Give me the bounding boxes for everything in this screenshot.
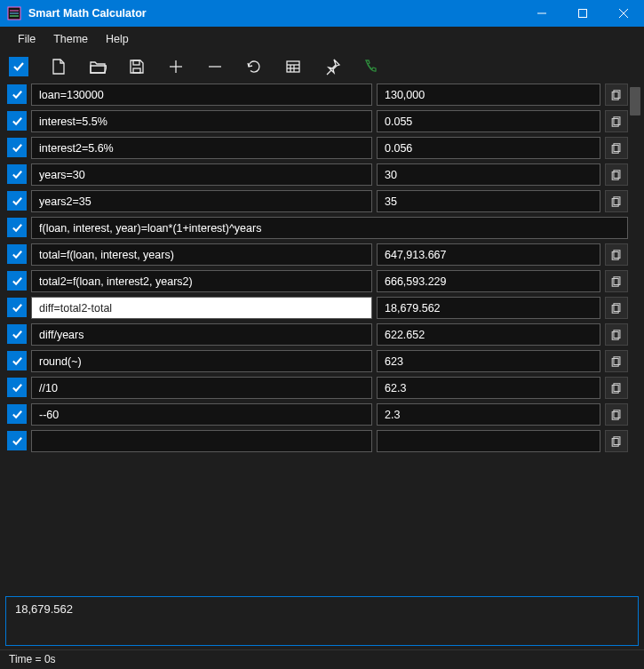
expression-input[interactable]: years2=35	[31, 190, 372, 212]
copy-button[interactable]	[605, 84, 628, 106]
phone-icon[interactable]	[362, 58, 380, 76]
result-output[interactable]: 647,913.667	[377, 243, 600, 266]
calc-row: //1062.3	[7, 377, 628, 399]
row-checkbox[interactable]	[7, 431, 27, 450]
result-output[interactable]: 130,000	[377, 84, 600, 106]
row-checkbox[interactable]	[7, 191, 27, 211]
result-output[interactable]: 30	[377, 163, 600, 186]
result-output[interactable]: 622.652	[377, 323, 600, 346]
selected-result: 18,679.562	[5, 596, 639, 646]
copy-button[interactable]	[605, 350, 628, 372]
row-checkbox[interactable]	[7, 351, 27, 370]
result-output[interactable]: 666,593.229	[377, 270, 600, 292]
calc-row: years2=3535	[7, 190, 628, 212]
expression-input[interactable]: f(loan, interest, year)=loan*(1+interest…	[31, 217, 628, 239]
app-icon	[7, 6, 21, 20]
svg-rect-5	[579, 10, 587, 18]
result-output[interactable]: 0.055	[377, 110, 600, 132]
row-checkbox[interactable]	[7, 324, 27, 344]
expression-input[interactable]	[31, 430, 372, 452]
row-checkbox[interactable]	[7, 244, 27, 264]
expression-input[interactable]: interest2=5.6%	[31, 137, 372, 159]
menu-help[interactable]: Help	[99, 30, 136, 48]
minimize-button[interactable]	[521, 0, 562, 27]
minus-icon[interactable]	[206, 58, 224, 76]
row-checkbox[interactable]	[7, 111, 27, 131]
calc-row: loan=130000130,000	[7, 84, 628, 106]
row-checkbox[interactable]	[7, 164, 27, 184]
window-buttons	[521, 0, 644, 27]
menu-theme[interactable]: Theme	[46, 30, 95, 48]
menubar: File Theme Help	[0, 27, 644, 52]
calc-row: --602.3	[7, 403, 628, 426]
copy-button[interactable]	[605, 403, 628, 426]
maximize-button[interactable]	[562, 0, 603, 27]
expression-input[interactable]: total2=f(loan, interest2, years2)	[31, 270, 372, 292]
toggle-all-checkbox[interactable]	[9, 57, 28, 76]
copy-button[interactable]	[605, 190, 628, 212]
expression-input[interactable]: diff/years	[31, 323, 372, 346]
open-folder-icon[interactable]	[89, 58, 107, 76]
svg-rect-13	[287, 61, 299, 72]
copy-button[interactable]	[605, 243, 628, 266]
result-output[interactable]: 18,679.562	[377, 297, 600, 319]
copy-button[interactable]	[605, 137, 628, 159]
copy-button[interactable]	[605, 323, 628, 346]
new-file-icon[interactable]	[50, 58, 68, 76]
svg-rect-9	[133, 68, 140, 73]
expression-input[interactable]: interest=5.5%	[31, 110, 372, 132]
result-output[interactable]: 0.056	[377, 137, 600, 159]
svg-rect-8	[133, 60, 139, 65]
row-checkbox[interactable]	[7, 404, 27, 424]
calc-row: total2=f(loan, interest2, years2)666,593…	[7, 270, 628, 292]
row-checkbox[interactable]	[7, 218, 27, 237]
calc-row	[7, 430, 628, 452]
pin-icon[interactable]	[323, 58, 341, 76]
copy-button[interactable]	[605, 110, 628, 132]
calc-row: years=3030	[7, 163, 628, 186]
copy-button[interactable]	[605, 163, 628, 186]
expression-input[interactable]: diff=total2-total	[31, 297, 372, 319]
calc-row: diff=total2-total18,679.562	[7, 297, 628, 319]
row-checkbox[interactable]	[7, 138, 27, 157]
result-output[interactable]	[377, 430, 600, 452]
close-button[interactable]	[603, 0, 644, 27]
calc-row: total=f(loan, interest, years)647,913.66…	[7, 243, 628, 266]
rows-list: loan=130000130,000interest=5.5%0.055inte…	[7, 84, 628, 452]
calc-row: diff/years622.652	[7, 323, 628, 346]
expression-input[interactable]: //10	[31, 377, 372, 399]
copy-button[interactable]	[605, 430, 628, 452]
copy-button[interactable]	[605, 297, 628, 319]
copy-button[interactable]	[605, 377, 628, 399]
result-output[interactable]: 2.3	[377, 403, 600, 426]
result-output[interactable]: 35	[377, 190, 600, 212]
calculator-icon[interactable]	[284, 58, 302, 76]
save-icon[interactable]	[128, 58, 146, 76]
row-checkbox[interactable]	[7, 271, 27, 291]
toolbar	[0, 52, 644, 84]
menu-file[interactable]: File	[11, 30, 43, 48]
expression-input[interactable]: --60	[31, 403, 372, 426]
titlebar: Smart Math Calculator	[0, 0, 644, 27]
row-checkbox[interactable]	[7, 298, 27, 317]
row-checkbox[interactable]	[7, 378, 27, 397]
plus-icon[interactable]	[167, 58, 185, 76]
row-checkbox[interactable]	[7, 84, 27, 104]
rows-area: loan=130000130,000interest=5.5%0.055inte…	[0, 84, 644, 452]
refresh-icon[interactable]	[245, 58, 263, 76]
expression-input[interactable]: loan=130000	[31, 84, 372, 106]
result-output[interactable]: 623	[377, 350, 600, 372]
expression-input[interactable]: round(~)	[31, 350, 372, 372]
window-title: Smart Math Calculator	[28, 7, 147, 20]
scrollbar[interactable]	[628, 84, 642, 452]
result-output[interactable]: 62.3	[377, 377, 600, 399]
expression-input[interactable]: years=30	[31, 163, 372, 186]
calc-row: round(~)623	[7, 350, 628, 372]
calc-row: interest=5.5%0.055	[7, 110, 628, 132]
expression-input[interactable]: total=f(loan, interest, years)	[31, 243, 372, 266]
calc-row: f(loan, interest, year)=loan*(1+interest…	[7, 217, 628, 239]
status-bar: Time = 0s	[0, 649, 644, 669]
calc-row: interest2=5.6%0.056	[7, 137, 628, 159]
copy-button[interactable]	[605, 270, 628, 292]
scrollbar-thumb[interactable]	[630, 87, 640, 115]
